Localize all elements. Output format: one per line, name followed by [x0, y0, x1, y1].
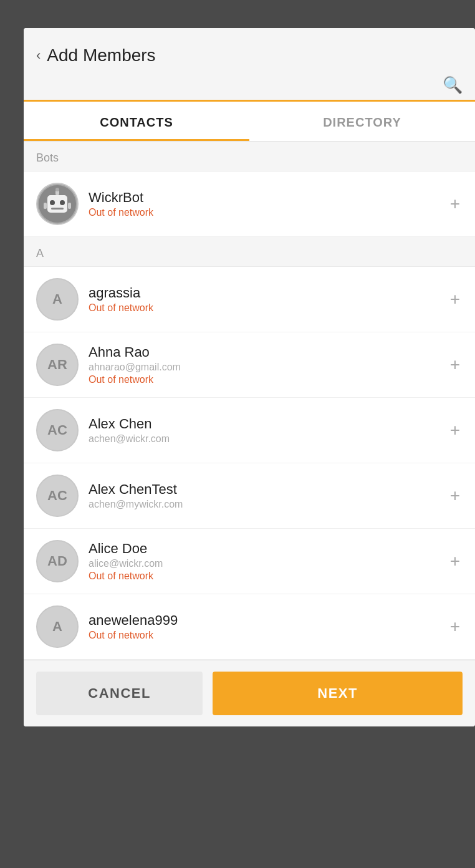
add-contact-button[interactable]: + [448, 356, 463, 374]
list-item: A anewelena999 Out of network + [24, 594, 475, 660]
contact-info: WickrBot Out of network [89, 190, 438, 218]
contact-name: WickrBot [89, 190, 438, 206]
avatar [36, 183, 79, 225]
section-header-a: A [24, 237, 475, 267]
avatar: AC [36, 409, 79, 451]
add-members-modal: ‹ Add Members 🔍 CONTACTS DIRECTORY Bots [24, 28, 475, 726]
contact-info: Alice Doe alice@wickr.com Out of network [89, 541, 438, 582]
contact-info: agrassia Out of network [89, 285, 438, 314]
next-button[interactable]: NEXT [213, 672, 463, 715]
svg-rect-4 [51, 208, 64, 210]
contact-status: Out of network [89, 374, 438, 385]
section-header-bots: Bots [24, 142, 475, 171]
back-button[interactable]: ‹ [36, 49, 41, 62]
contact-name: agrassia [89, 285, 438, 301]
add-contact-button[interactable]: + [448, 422, 463, 439]
list-item: AR Ahna Rao ahnarao@gmail.com Out of net… [24, 332, 475, 398]
page-title: Add Members [47, 46, 155, 65]
add-contact-button[interactable]: + [448, 618, 463, 635]
avatar: A [36, 605, 79, 648]
add-contact-button[interactable]: + [448, 291, 463, 308]
contact-email: achen@wickr.com [89, 433, 438, 445]
contact-info: Alex ChenTest achen@mywickr.com [89, 481, 438, 510]
search-icon[interactable]: 🔍 [443, 75, 463, 95]
contact-name: Ahna Rao [89, 344, 438, 360]
svg-rect-7 [44, 203, 47, 209]
contact-status: Out of network [89, 207, 438, 218]
list-item: AC Alex ChenTest achen@mywickr.com + [24, 463, 475, 529]
contact-name: Alex Chen [89, 416, 438, 432]
add-contact-button[interactable]: + [448, 195, 463, 213]
list-item: A agrassia Out of network + [24, 267, 475, 332]
cancel-button[interactable]: CANCEL [36, 672, 203, 715]
contact-email: achen@mywickr.com [89, 499, 438, 510]
contact-status: Out of network [89, 302, 438, 314]
contact-status: Out of network [89, 571, 438, 582]
contact-info: Alex Chen achen@wickr.com [89, 416, 438, 445]
avatar: AR [36, 344, 79, 386]
list-item: AC Alex Chen achen@wickr.com + [24, 398, 475, 463]
contact-info: anewelena999 Out of network [89, 612, 438, 641]
avatar: AC [36, 475, 79, 517]
add-contact-button[interactable]: + [448, 487, 463, 504]
tab-bar: CONTACTS DIRECTORY [24, 102, 475, 142]
modal-header: ‹ Add Members [24, 28, 475, 75]
contact-name: Alex ChenTest [89, 481, 438, 498]
svg-point-2 [50, 200, 55, 205]
svg-point-6 [55, 188, 59, 191]
add-contact-button[interactable]: + [448, 552, 463, 570]
contact-name: anewelena999 [89, 612, 438, 629]
contact-status: Out of network [89, 630, 438, 641]
list-item: WickrBot Out of network + [24, 171, 475, 237]
contact-email: alice@wickr.com [89, 558, 438, 569]
contact-email: ahnarao@gmail.com [89, 362, 438, 373]
modal-footer: CANCEL NEXT [24, 660, 475, 726]
svg-rect-8 [68, 203, 71, 209]
tab-directory[interactable]: DIRECTORY [249, 102, 475, 141]
tab-contacts[interactable]: CONTACTS [24, 102, 249, 141]
contact-name: Alice Doe [89, 541, 438, 557]
svg-point-3 [60, 200, 65, 205]
list-item: AD Alice Doe alice@wickr.com Out of netw… [24, 529, 475, 594]
contact-info: Ahna Rao ahnarao@gmail.com Out of networ… [89, 344, 438, 385]
search-row: 🔍 [24, 75, 475, 100]
avatar: AD [36, 540, 79, 582]
avatar: A [36, 278, 79, 321]
